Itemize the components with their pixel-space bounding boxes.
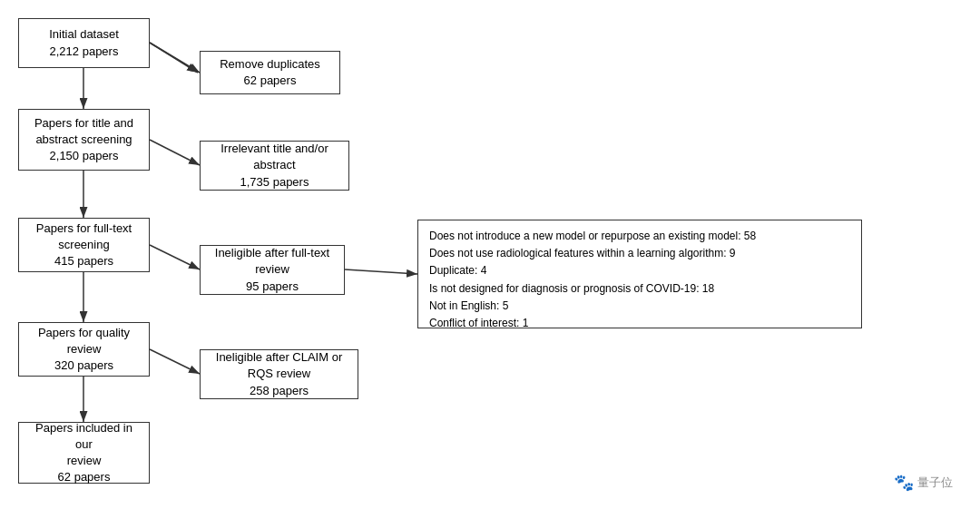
detail-line-5: Not in English: 5 xyxy=(429,298,850,315)
box-ineligible-full-text: Ineligible after full-text review 95 pap… xyxy=(200,245,345,295)
box-remove-duplicates: Remove duplicates 62 papers xyxy=(200,51,340,94)
svg-line-5 xyxy=(150,140,200,165)
box-quality-review: Papers for quality review 320 papers xyxy=(18,322,150,377)
detail-line-2: Does not use radiological features withi… xyxy=(429,245,850,262)
detail-line-4: Is not designed for diagnosis or prognos… xyxy=(429,280,850,298)
svg-line-1 xyxy=(150,43,198,73)
box-ineligible-claim: Ineligible after CLAIM or RQS review 258… xyxy=(200,349,358,399)
watermark-icon: 🐾 xyxy=(894,473,914,493)
svg-line-3 xyxy=(150,43,200,73)
diagram-container: Initial dataset 2,212 papers Remove dupl… xyxy=(0,0,980,509)
box-full-text: Papers for full-text screening 415 paper… xyxy=(18,218,150,272)
detail-box: Does not introduce a new model or repurp… xyxy=(417,220,862,328)
svg-line-7 xyxy=(150,245,200,269)
box-included: Papers included in our review 62 papers xyxy=(18,422,150,484)
watermark-text: 量子位 xyxy=(917,475,953,491)
box-title-abstract: Papers for title and abstract screening … xyxy=(18,109,150,171)
box-initial-dataset: Initial dataset 2,212 papers xyxy=(18,18,150,68)
detail-line-6: Conflict of interest: 1 xyxy=(429,315,850,332)
detail-line-1: Does not introduce a new model or repurp… xyxy=(429,228,850,245)
svg-line-9 xyxy=(150,349,200,374)
box-irrelevant-title: Irrelevant title and/or abstract 1,735 p… xyxy=(200,141,349,191)
watermark: 🐾 量子位 xyxy=(894,473,953,493)
svg-line-10 xyxy=(345,269,417,274)
detail-line-3: Duplicate: 4 xyxy=(429,262,850,279)
